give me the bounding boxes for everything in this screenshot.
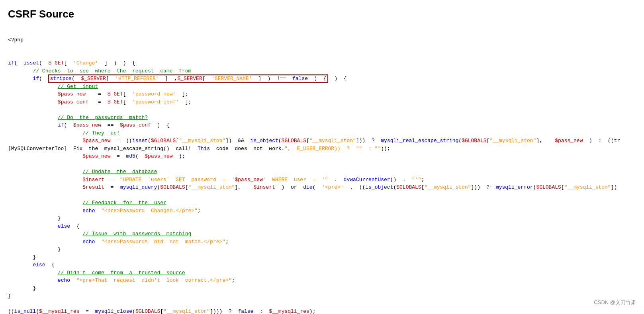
page-title: CSRF Source [8,8,636,20]
watermark: CSDN @文刀竹肃 [594,299,636,306]
code-display: <?php if( isset( $_GET[ 'Change' ] ) ) {… [8,28,636,314]
